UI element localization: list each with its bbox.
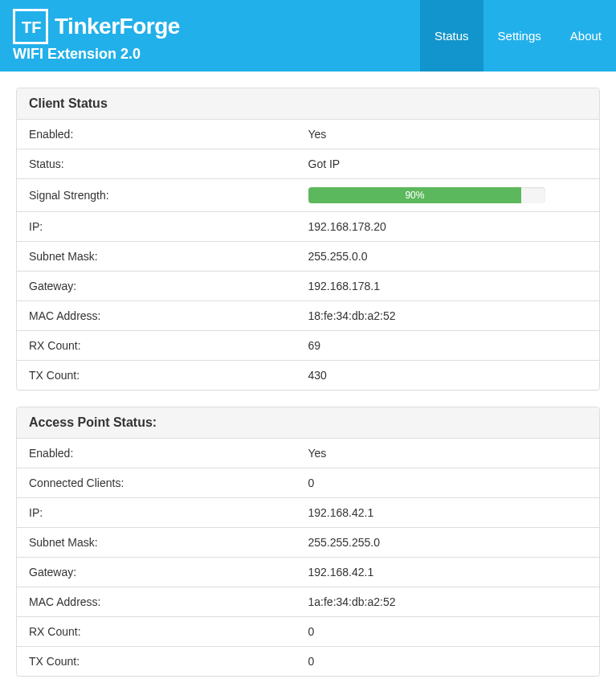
client-mac-value: 18:fe:34:db:a2:52 [308, 309, 588, 322]
ap-enabled-value: Yes [308, 447, 588, 460]
ap-gateway-label: Gateway: [29, 566, 308, 579]
table-row: Subnet Mask: 255.255.255.0 [17, 528, 599, 558]
client-subnet-label: Subnet Mask: [29, 250, 308, 263]
svg-text:TF: TF [22, 18, 41, 36]
client-ip-value: 192.168.178.20 [308, 220, 588, 233]
client-signal-value: 90% [308, 187, 588, 203]
brand: TF TinkerForge WIFI Extension 2.0 [13, 9, 180, 63]
client-gateway-label: Gateway: [29, 280, 308, 292]
ap-rx-value: 0 [308, 625, 588, 638]
ap-tx-label: TX Count: [29, 655, 308, 668]
client-signal-label: Signal Strength: [29, 189, 308, 202]
table-row: IP: 192.168.178.20 [17, 212, 599, 242]
client-mac-label: MAC Address: [29, 309, 308, 322]
main-content: Client Status Enabled: Yes Status: Got I… [0, 72, 616, 687]
table-row: Connected Clients: 0 [17, 468, 599, 498]
ap-ip-value: 192.168.42.1 [308, 506, 588, 519]
client-enabled-label: Enabled: [29, 128, 308, 141]
ap-clients-label: Connected Clients: [29, 476, 308, 489]
table-row: TX Count: 0 [17, 647, 599, 676]
table-row: IP: 192.168.42.1 [17, 498, 599, 528]
table-row: RX Count: 69 [17, 331, 599, 361]
client-status-label: Status: [29, 157, 308, 170]
ap-mac-label: MAC Address: [29, 595, 308, 608]
client-gateway-value: 192.168.178.1 [308, 280, 588, 292]
ap-mac-value: 1a:fe:34:db:a2:52 [308, 595, 588, 608]
client-enabled-value: Yes [308, 128, 588, 141]
client-status-value: Got IP [308, 157, 588, 170]
ap-rx-label: RX Count: [29, 625, 308, 638]
client-tx-label: TX Count: [29, 369, 308, 382]
ap-tx-value: 0 [308, 655, 588, 668]
ap-ip-label: IP: [29, 506, 308, 519]
client-rx-value: 69 [308, 339, 588, 352]
brand-subtitle: WIFI Extension 2.0 [13, 46, 180, 63]
table-row: Gateway: 192.168.42.1 [17, 558, 599, 587]
client-status-panel: Client Status Enabled: Yes Status: Got I… [16, 88, 600, 391]
header: TF TinkerForge WIFI Extension 2.0 Status… [0, 0, 616, 72]
nav: Status Settings About [420, 0, 616, 72]
table-row: Subnet Mask: 255.255.0.0 [17, 242, 599, 272]
client-status-title: Client Status [17, 88, 599, 120]
nav-status[interactable]: Status [420, 0, 483, 72]
table-row: MAC Address: 1a:fe:34:db:a2:52 [17, 587, 599, 617]
ap-subnet-value: 255.255.255.0 [308, 536, 588, 549]
table-row: MAC Address: 18:fe:34:db:a2:52 [17, 301, 599, 331]
logo-icon: TF [13, 9, 48, 44]
table-row: Enabled: Yes [17, 120, 599, 149]
client-rx-label: RX Count: [29, 339, 308, 352]
table-row: Status: Got IP [17, 149, 599, 179]
table-row: RX Count: 0 [17, 617, 599, 647]
client-ip-label: IP: [29, 220, 308, 233]
signal-progress: 90% [308, 187, 545, 203]
table-row: Enabled: Yes [17, 439, 599, 468]
ap-gateway-value: 192.168.42.1 [308, 566, 588, 579]
table-row: Gateway: 192.168.178.1 [17, 272, 599, 301]
table-row: Signal Strength: 90% [17, 179, 599, 212]
signal-progress-bar: 90% [308, 187, 522, 203]
client-tx-value: 430 [308, 369, 588, 382]
nav-settings[interactable]: Settings [483, 0, 556, 72]
ap-subnet-label: Subnet Mask: [29, 536, 308, 549]
client-subnet-value: 255.255.0.0 [308, 250, 588, 263]
nav-about[interactable]: About [556, 0, 616, 72]
brand-name: TinkerForge [55, 14, 180, 39]
ap-clients-value: 0 [308, 476, 588, 489]
ap-status-title: Access Point Status: [17, 407, 599, 439]
ap-enabled-label: Enabled: [29, 447, 308, 460]
ap-status-panel: Access Point Status: Enabled: Yes Connec… [16, 407, 600, 677]
table-row: TX Count: 430 [17, 361, 599, 390]
